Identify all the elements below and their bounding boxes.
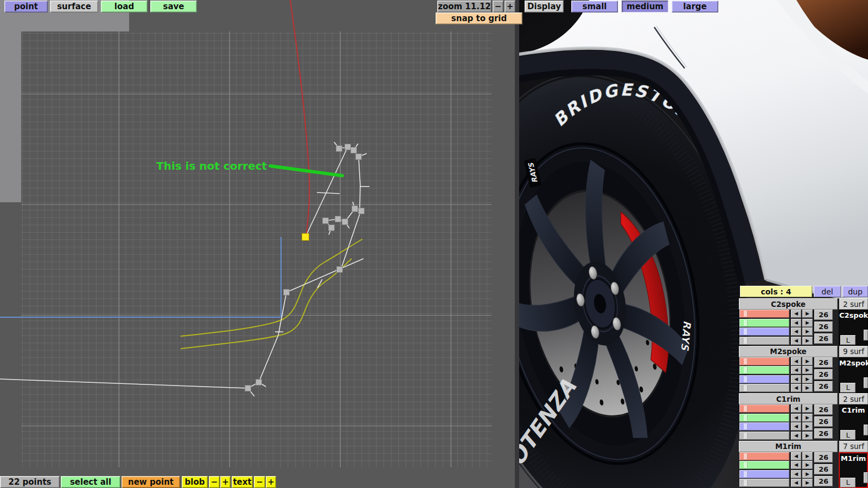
control-points[interactable] [245, 144, 365, 391]
group-name-C1rim[interactable]: C1rim [739, 393, 838, 404]
duplicate-button[interactable]: dup [843, 286, 868, 297]
step-right-button[interactable]: ▶ [802, 375, 813, 383]
color-slider-2[interactable] [739, 375, 789, 383]
slider-handle[interactable] [744, 338, 748, 344]
slider-handle[interactable] [744, 453, 748, 459]
edge-button-partial[interactable] [864, 472, 868, 483]
color-slider-2[interactable] [739, 422, 789, 431]
step-left-button[interactable]: ◀ [791, 375, 801, 383]
step-left-button[interactable]: ◀ [791, 452, 801, 460]
slider-handle[interactable] [744, 367, 748, 373]
color-slider-2[interactable] [739, 328, 789, 336]
value-field[interactable]: 26 [814, 381, 833, 391]
color-slider-3[interactable] [739, 479, 789, 487]
value-field[interactable]: 26 [814, 322, 833, 332]
display-size-small[interactable]: small [571, 1, 618, 12]
text-minus-button[interactable]: − [254, 476, 265, 488]
slider-handle[interactable] [744, 423, 748, 429]
slider-handle[interactable] [744, 406, 748, 412]
step-right-button[interactable]: ▶ [802, 337, 813, 345]
slider-handle[interactable] [744, 385, 748, 391]
color-slider-0[interactable] [739, 404, 789, 413]
step-right-button[interactable]: ▶ [802, 461, 813, 469]
value-field[interactable]: 26 [814, 333, 833, 344]
slider-handle[interactable] [744, 415, 748, 421]
text-button[interactable]: text [232, 476, 253, 488]
step-left-button[interactable]: ◀ [791, 328, 801, 336]
blob-button[interactable]: blob [182, 476, 208, 488]
step-right-button[interactable]: ▶ [802, 452, 813, 460]
slider-handle[interactable] [744, 433, 748, 439]
value-field[interactable]: 26 [814, 404, 833, 415]
step-right-button[interactable]: ▶ [802, 328, 813, 336]
edge-button-partial[interactable] [864, 330, 868, 341]
step-right-button[interactable]: ▶ [802, 470, 813, 478]
group-name-C2spoke[interactable]: C2spoke [739, 298, 838, 310]
slider-handle[interactable] [744, 480, 748, 486]
value-field[interactable]: 26 [814, 369, 833, 380]
step-left-button[interactable]: ◀ [791, 404, 801, 413]
slider-handle[interactable] [744, 358, 748, 364]
step-right-button[interactable]: ▶ [802, 422, 813, 431]
selected-point[interactable] [302, 234, 309, 241]
edge-button-partial[interactable] [864, 425, 868, 435]
group-name-M1rim[interactable]: M1rim [739, 441, 838, 452]
slider-handle[interactable] [744, 311, 748, 317]
display-size-medium[interactable]: medium [622, 1, 668, 12]
step-right-button[interactable]: ▶ [802, 310, 813, 318]
step-left-button[interactable]: ◀ [791, 357, 801, 365]
step-left-button[interactable]: ◀ [791, 414, 801, 422]
step-right-button[interactable]: ▶ [802, 366, 813, 374]
surface-button[interactable]: surface [50, 1, 98, 12]
step-left-button[interactable]: ◀ [791, 461, 801, 469]
edge-button-partial[interactable] [864, 377, 868, 388]
value-field[interactable]: 26 [814, 357, 833, 368]
lock-button[interactable]: L [840, 430, 856, 440]
group-name-M2spoke[interactable]: M2spoke [739, 346, 838, 357]
slider-handle[interactable] [744, 376, 748, 382]
blob-minus-button[interactable]: − [209, 476, 220, 488]
step-right-button[interactable]: ▶ [802, 414, 813, 422]
display-button[interactable]: Display [525, 1, 564, 12]
lock-button[interactable]: L [840, 478, 856, 487]
zoom-out-button[interactable]: − [493, 1, 503, 12]
step-right-button[interactable]: ▶ [802, 432, 813, 440]
value-field[interactable]: 26 [814, 310, 833, 320]
color-slider-1[interactable] [739, 461, 789, 469]
step-left-button[interactable]: ◀ [791, 337, 801, 345]
color-slider-3[interactable] [739, 432, 789, 440]
new-point-button[interactable]: new point [122, 476, 180, 488]
blob-plus-button[interactable]: + [220, 476, 231, 488]
color-slider-1[interactable] [739, 319, 789, 327]
color-slider-3[interactable] [739, 337, 789, 345]
lock-button[interactable]: L [840, 383, 856, 393]
render-viewport[interactable]: BRIDGESTONE [515, 0, 868, 488]
cols-button[interactable]: cols : 4 [740, 286, 812, 297]
step-right-button[interactable]: ▶ [802, 384, 813, 392]
slider-handle[interactable] [744, 329, 748, 335]
load-button[interactable]: load [101, 1, 148, 12]
step-right-button[interactable]: ▶ [802, 479, 813, 487]
color-slider-0[interactable] [739, 452, 789, 460]
slider-handle[interactable] [744, 471, 748, 477]
color-slider-3[interactable] [739, 384, 789, 392]
zoom-in-button[interactable]: + [505, 1, 515, 12]
slider-handle[interactable] [744, 320, 748, 326]
color-slider-1[interactable] [739, 366, 789, 374]
point-button[interactable]: point [4, 1, 48, 12]
step-left-button[interactable]: ◀ [791, 470, 801, 478]
step-left-button[interactable]: ◀ [791, 479, 801, 487]
step-left-button[interactable]: ◀ [791, 319, 801, 327]
color-slider-1[interactable] [739, 414, 789, 422]
snap-to-grid-button[interactable]: snap to grid [436, 12, 522, 24]
step-right-button[interactable]: ▶ [802, 404, 813, 413]
step-right-button[interactable]: ▶ [802, 357, 813, 365]
step-left-button[interactable]: ◀ [791, 422, 801, 431]
display-size-large[interactable]: large [672, 1, 718, 12]
value-field[interactable]: 26 [814, 428, 833, 439]
value-field[interactable]: 26 [814, 464, 833, 474]
value-field[interactable]: 26 [814, 452, 833, 463]
value-field[interactable]: 26 [814, 416, 833, 427]
text-plus-button[interactable]: + [266, 476, 276, 488]
step-left-button[interactable]: ◀ [791, 366, 801, 374]
